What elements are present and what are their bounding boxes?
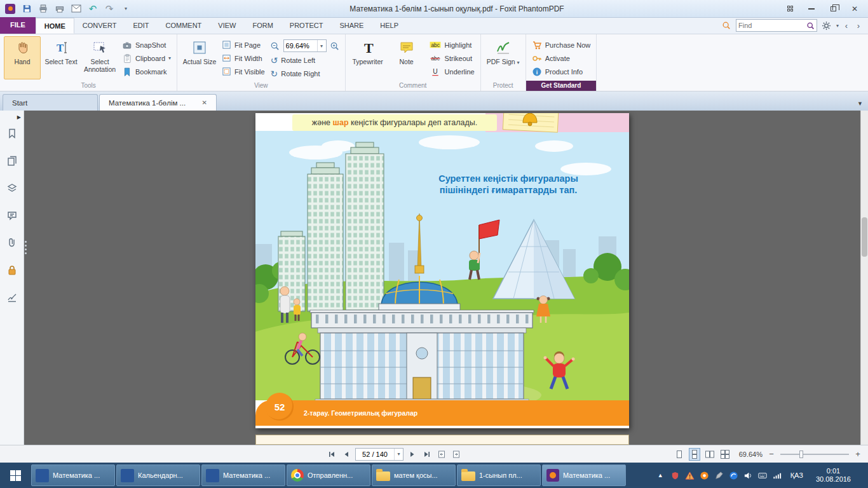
previous-view-button[interactable] — [436, 449, 447, 460]
find-input[interactable] — [738, 22, 804, 29]
tab-share[interactable]: SHARE — [331, 18, 372, 34]
highlight-button[interactable]: abc Highlight — [427, 39, 477, 50]
antivirus-icon[interactable] — [670, 470, 681, 481]
taskbar-button-folder-1[interactable]: матем қосы... — [372, 464, 456, 486]
rotate-left-button[interactable]: ↺ Rotate Left — [269, 55, 341, 65]
pdf-sign-button[interactable]: PDF Sign ▾ — [485, 36, 522, 79]
update-icon[interactable] — [699, 470, 710, 481]
document-view[interactable]: және шар кеңістік фигуралары деп аталады… — [24, 111, 860, 445]
touch-keyboard-icon[interactable] — [757, 470, 768, 481]
continuous-facing-view-button[interactable] — [719, 448, 731, 461]
snapshot-button[interactable]: SnapShot — [120, 39, 173, 50]
bookmark-button[interactable]: Bookmark — [120, 66, 173, 77]
product-info-button[interactable]: i Product Info — [530, 66, 593, 77]
zoom-caret-icon[interactable]: ▾ — [317, 40, 326, 51]
minimize-button[interactable] — [802, 3, 821, 15]
zoom-input[interactable] — [284, 42, 317, 50]
first-page-button[interactable] — [326, 449, 337, 460]
signature-panel-icon[interactable] — [4, 289, 20, 306]
fit-width-button[interactable]: Fit Width — [220, 53, 266, 64]
ui-style-button[interactable] — [780, 3, 799, 15]
tab-edit[interactable]: EDIT — [125, 18, 157, 34]
settings-caret-icon[interactable]: ▾ — [836, 23, 839, 29]
doc-tab-active[interactable]: Математика 1-бөлім ... ✕ — [99, 94, 217, 111]
tab-protect[interactable]: PROTECT — [281, 18, 332, 34]
comments-panel-icon[interactable] — [4, 207, 20, 224]
email-button[interactable] — [69, 2, 84, 16]
zoom-slider-thumb[interactable] — [799, 451, 803, 458]
select-annotation-button[interactable]: Select Annotation — [81, 36, 118, 79]
zoom-in-button-status[interactable]: + — [853, 449, 863, 459]
warning-icon[interactable] — [684, 470, 695, 481]
actual-size-button[interactable]: Actual Size — [181, 36, 218, 79]
tab-comment[interactable]: COMMENT — [158, 18, 210, 34]
fit-page-button[interactable]: Fit Page — [220, 39, 266, 50]
panel-expand-icon[interactable]: ▶ — [17, 113, 24, 125]
find-history-icon[interactable] — [720, 19, 733, 32]
panel-splitter-handle[interactable] — [25, 241, 28, 254]
zoom-in-button[interactable] — [329, 39, 341, 52]
tab-form[interactable]: FORM — [244, 18, 281, 34]
continuous-view-button[interactable] — [689, 448, 700, 461]
customize-toolbar-button[interactable]: ▾ — [118, 2, 133, 16]
single-page-view-button[interactable] — [674, 448, 685, 461]
taskbar-button-word-1[interactable]: Математика ... — [31, 464, 115, 486]
strikeout-button[interactable]: abc Strikeout — [427, 53, 477, 64]
doc-tab-start[interactable]: Start — [3, 94, 98, 111]
note-button[interactable]: Note — [388, 36, 425, 79]
taskbar-button-chrome[interactable]: Отправленн... — [287, 464, 370, 486]
tab-list-menu-icon[interactable]: ▼ — [852, 100, 868, 111]
tab-home[interactable]: HOME — [36, 18, 74, 34]
undo-button[interactable]: ↶ — [85, 2, 100, 16]
language-indicator[interactable]: ҚАЗ — [787, 471, 807, 479]
taskbar-clock[interactable]: 0:01 30.08.2016 — [811, 467, 856, 484]
underline-button[interactable]: U Underline — [427, 66, 477, 77]
zoom-out-button[interactable] — [269, 39, 281, 52]
previous-page-button[interactable] — [341, 449, 352, 460]
taskbar-button-foxit[interactable]: Математика ... — [542, 464, 626, 486]
attachments-panel-icon[interactable] — [4, 234, 20, 251]
rotate-right-button[interactable]: ↻ Rotate Right — [269, 68, 341, 79]
zoom-slider[interactable] — [780, 450, 849, 459]
next-view-button[interactable] — [451, 449, 462, 460]
messenger-icon[interactable] — [728, 470, 739, 481]
page-number-input[interactable] — [356, 451, 394, 458]
tab-close-icon[interactable]: ✕ — [196, 99, 207, 106]
next-page-button[interactable] — [407, 449, 418, 460]
settings-button[interactable] — [820, 19, 833, 32]
print-button[interactable] — [36, 2, 51, 16]
select-text-button[interactable]: T Select Text — [43, 36, 79, 79]
tab-file[interactable]: FILE — [0, 17, 36, 34]
ribbon-next-icon[interactable]: › — [854, 21, 863, 30]
fit-visible-button[interactable]: Fit Visible — [220, 66, 266, 77]
taskbar-button-word-2[interactable]: Кальендарн... — [116, 464, 200, 486]
security-panel-icon[interactable] — [4, 262, 20, 278]
pages-panel-icon[interactable] — [4, 152, 20, 169]
purchase-now-button[interactable]: Purchase Now — [530, 39, 593, 50]
pdf-page[interactable]: және шар кеңістік фигуралары деп аталады… — [255, 113, 629, 428]
restore-button[interactable] — [824, 3, 843, 15]
bookmarks-panel-icon[interactable] — [4, 125, 20, 142]
facing-view-button[interactable] — [704, 448, 715, 461]
next-page-edge[interactable] — [255, 435, 629, 445]
save-button[interactable] — [19, 2, 34, 16]
tab-convert[interactable]: CONVERT — [74, 18, 125, 34]
tab-view[interactable]: VIEW — [210, 18, 244, 34]
zoom-out-button-status[interactable]: − — [766, 449, 776, 459]
app-menu-button[interactable] — [3, 2, 18, 16]
volume-icon[interactable] — [743, 470, 754, 481]
hidden-icons-chevron-icon[interactable]: ▲ — [655, 470, 666, 481]
taskbar-button-folder-2[interactable]: 1-сынып пл... — [457, 464, 541, 486]
quick-print-button[interactable] — [52, 2, 67, 16]
hand-tool-button[interactable]: Hand — [4, 36, 41, 79]
vertical-scrollbar[interactable] — [860, 111, 868, 445]
clipboard-button[interactable]: Clipboard ▾ — [120, 53, 173, 64]
close-button[interactable]: ✕ — [845, 3, 864, 15]
taskbar-button-word-3[interactable]: Математика ... — [201, 464, 285, 486]
scrollbar-thumb[interactable] — [862, 217, 867, 257]
network-signal-icon[interactable] — [772, 470, 783, 481]
pen-input-icon[interactable] — [714, 470, 724, 481]
activate-button[interactable]: Activate — [530, 53, 593, 64]
page-number-caret-icon[interactable]: ▾ — [394, 449, 403, 460]
search-icon[interactable] — [806, 22, 815, 30]
